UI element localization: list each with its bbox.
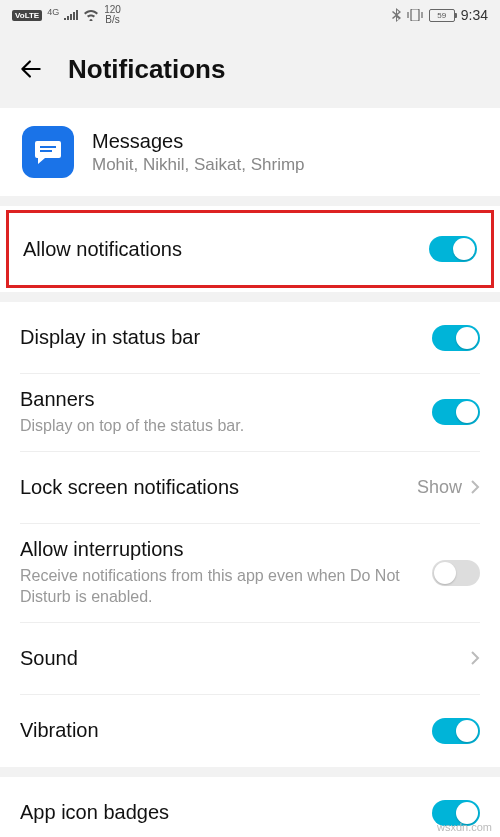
signal-icon [64, 10, 78, 20]
app-name: Messages [92, 130, 305, 153]
messages-app-icon [22, 126, 74, 178]
wifi-icon [83, 9, 99, 21]
app-subtitle: Mohit, Nikhil, Saikat, Shrimp [92, 155, 305, 175]
status-bar: VoLTE 4G 120 B/s 59 9:34 [0, 0, 500, 30]
toggle-allow-notifications[interactable] [429, 236, 477, 262]
bluetooth-icon [391, 8, 401, 22]
row-sound[interactable]: Sound [20, 623, 480, 695]
row-lock-screen[interactable]: Lock screen notifications Show [20, 452, 480, 524]
row-title: Lock screen notifications [20, 476, 405, 499]
app-info: Messages Mohit, Nikhil, Saikat, Shrimp [0, 108, 500, 206]
network-gen: 4G [47, 7, 59, 17]
battery-icon: 59 [429, 9, 455, 22]
chevron-right-icon [470, 650, 480, 666]
row-title: Allow notifications [23, 238, 417, 261]
lock-screen-value: Show [417, 477, 462, 498]
row-display-status-bar[interactable]: Display in status bar [20, 302, 480, 374]
svg-rect-0 [411, 9, 419, 21]
row-vibration[interactable]: Vibration [20, 695, 480, 767]
toggle-vibration[interactable] [432, 718, 480, 744]
row-title: Vibration [20, 719, 420, 742]
svg-rect-4 [40, 150, 52, 152]
toggle-banners[interactable] [432, 399, 480, 425]
toggle-interruptions[interactable] [432, 560, 480, 586]
svg-rect-3 [40, 146, 56, 148]
row-subtitle: Display on top of the status bar. [20, 415, 420, 437]
volte-badge: VoLTE [12, 10, 42, 21]
clock: 9:34 [461, 7, 488, 23]
back-icon[interactable] [18, 56, 44, 82]
chevron-right-icon [470, 479, 480, 495]
row-title: Banners [20, 388, 420, 411]
row-allow-notifications[interactable]: Allow notifications [9, 213, 491, 285]
row-banners[interactable]: Banners Display on top of the status bar… [20, 374, 480, 452]
header: Notifications [0, 30, 500, 108]
net-speed: 120 B/s [104, 5, 121, 25]
row-title: Allow interruptions [20, 538, 420, 561]
row-interruptions[interactable]: Allow interruptions Receive notification… [20, 524, 480, 623]
toggle-display-status[interactable] [432, 325, 480, 351]
highlight-box: Allow notifications [6, 210, 494, 288]
watermark: wsxdn.com [437, 821, 492, 833]
page-title: Notifications [68, 54, 225, 85]
row-title: Sound [20, 647, 458, 670]
row-subtitle: Receive notifications from this app even… [20, 565, 420, 608]
vibrate-icon [407, 9, 423, 21]
row-title: Display in status bar [20, 326, 420, 349]
row-title: App icon badges [20, 801, 420, 824]
row-app-icon-badges[interactable]: App icon badges [20, 777, 480, 837]
